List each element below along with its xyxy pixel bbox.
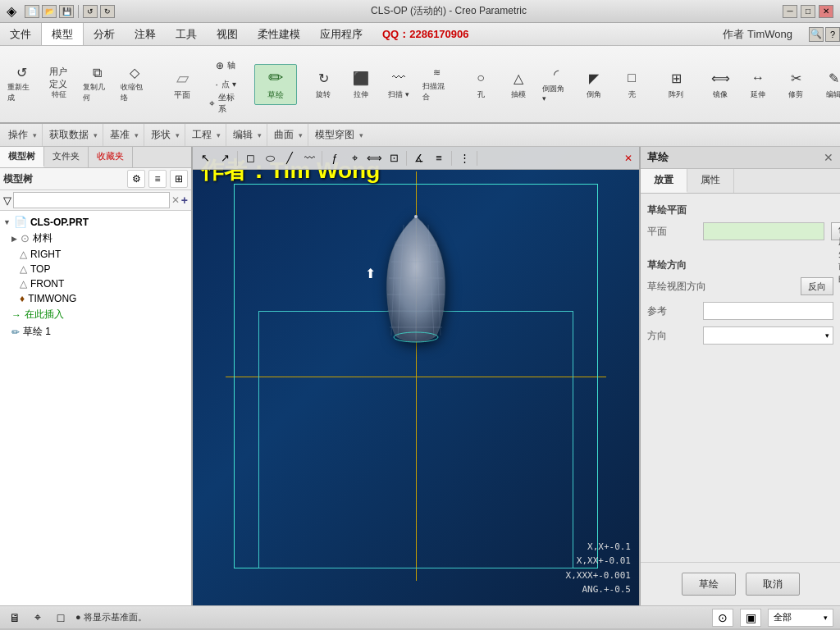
tb-draft[interactable]: △ 抽模 — [500, 64, 536, 105]
close-button[interactable]: ✕ — [819, 5, 833, 18]
sk-select[interactable]: ↖ — [196, 149, 214, 167]
tab-folder[interactable]: 文件夹 — [44, 147, 89, 167]
subbar-model-view[interactable]: 模型穿图 ▾ — [310, 124, 368, 146]
status-view-icon[interactable]: ⊙ — [712, 609, 733, 627]
tb-hole[interactable]: ○ 孔 — [463, 64, 499, 105]
sketch-confirm-button[interactable]: 草绘 — [682, 573, 736, 596]
menu-tools[interactable]: 工具 — [166, 23, 207, 45]
sk-constraints[interactable]: ≡ — [430, 149, 448, 167]
tree-search-input[interactable] — [13, 192, 170, 208]
menu-analysis[interactable]: 分析 — [84, 23, 125, 45]
tb-sweep-blend[interactable]: ≋ 扫描混合 — [418, 64, 454, 105]
sk-rect[interactable]: ◻ — [241, 149, 259, 167]
reference-input[interactable] — [703, 302, 833, 320]
tab-properties[interactable]: 属性 — [687, 169, 734, 193]
tb-round[interactable]: ◜ 倒圆角 ▾ — [538, 64, 574, 105]
reverse-button[interactable]: 反向 — [801, 277, 833, 295]
help-icon[interactable]: ? — [825, 27, 840, 42]
tree-item-material[interactable]: ▶ ⊙ 材料 — [0, 230, 191, 247]
minimize-button[interactable]: ─ — [783, 5, 797, 18]
tb-udf[interactable]: 用户定义 特征 — [41, 64, 77, 105]
tree-item-sketch1[interactable]: ✏ 草绘 1 — [0, 323, 191, 340]
sk-inspect[interactable]: ⋮ — [455, 149, 473, 167]
subbar-surface[interactable]: 曲面 ▾ — [269, 124, 308, 146]
subbar-edit[interactable]: 编辑 ▾ — [228, 124, 267, 146]
sk-ellipse[interactable]: ⬭ — [261, 149, 279, 167]
tree-columns-icon[interactable]: ⊞ — [170, 170, 188, 188]
tb-plane[interactable]: ▱ 平面 — [161, 64, 203, 105]
toolbar-icon-new[interactable]: 📄 — [25, 5, 39, 18]
toolbar-icon-redo[interactable]: ↻ — [100, 5, 115, 18]
sk-spline[interactable]: 〰 — [300, 149, 318, 167]
tree-item-right[interactable]: △ RIGHT — [0, 247, 191, 262]
tb-regenerate[interactable]: ↺ 重新生成 — [3, 64, 39, 105]
sk-close-button[interactable]: ✕ — [621, 151, 636, 166]
sk-divider-5 — [477, 151, 477, 166]
subbar-engineering[interactable]: 工程 ▾ — [187, 124, 226, 146]
subbar-get-data[interactable]: 获取数据 ▾ — [44, 124, 103, 146]
toolbar-icon-save[interactable]: 💾 — [59, 5, 74, 18]
toolbar-icon-undo[interactable]: ↺ — [83, 5, 98, 18]
sk-project[interactable]: ⊡ — [385, 149, 403, 167]
tree-item-timwong[interactable]: ♦ TIMWONG — [0, 291, 191, 306]
tb-shrink[interactable]: ◇ 收缩包络 — [116, 64, 153, 105]
tree-item-insert[interactable]: → 在此插入 — [0, 306, 191, 323]
menu-flex[interactable]: 柔性建模 — [248, 23, 310, 45]
sk-dim[interactable]: ∡ — [410, 149, 428, 167]
search-clear-icon[interactable]: ✕ — [171, 194, 180, 206]
tb-point[interactable]: · 点 ▾ — [205, 75, 246, 94]
menu-apps[interactable]: 应用程序 — [310, 23, 372, 45]
subbar-operations[interactable]: 操作 ▾ — [3, 124, 43, 146]
sk-line[interactable]: ╱ — [281, 149, 299, 167]
tree-item-top[interactable]: △ TOP — [0, 262, 191, 276]
coord-xxx: X,XXX+-0.001 — [566, 568, 631, 583]
help-search-icon[interactable]: 🔍 — [809, 27, 824, 42]
right-panel-close-button[interactable]: ✕ — [824, 151, 833, 164]
sk-rotate[interactable]: ↗ — [216, 149, 234, 167]
tab-favorites[interactable]: 收藏夹 — [89, 147, 133, 167]
tb-extrude[interactable]: ⬛ 拉伸 — [343, 64, 379, 105]
status-view-icon-2[interactable]: ▣ — [740, 609, 761, 627]
title-bar: ◈ 📄 📂 💾 ↺ ↻ CLS-OP (活动的) - Creo Parametr… — [0, 0, 840, 23]
plane-input[interactable] — [703, 222, 824, 240]
tb-copy-geom[interactable]: ⧉ 复制几何 — [79, 64, 115, 105]
direction-dropdown[interactable]: ▾ — [703, 326, 833, 345]
tb-shell[interactable]: □ 壳 — [614, 64, 650, 105]
menu-file[interactable]: 文件 — [0, 23, 41, 45]
subbar-datum[interactable]: 基准 ▾ — [105, 124, 144, 146]
sketch-icon: ✏ — [266, 68, 285, 88]
menu-view[interactable]: 视图 — [207, 23, 248, 45]
tb-revolve[interactable]: ↻ 旋转 — [305, 64, 341, 105]
tree-item-cls-op[interactable]: ▼ 📄 CLS-OP.PRT — [0, 214, 191, 230]
maximize-button[interactable]: □ — [801, 5, 815, 18]
menu-annotation[interactable]: 注释 — [125, 23, 166, 45]
subbar-shape[interactable]: 形状 ▾ — [146, 124, 185, 146]
tb-mirror[interactable]: ⟺ 镜像 — [702, 64, 738, 105]
tb-csys[interactable]: ⌖ 坐标系 — [205, 94, 246, 112]
tab-model-tree[interactable]: 模型树 — [0, 147, 44, 167]
tb-sketch[interactable]: ✏ 草绘 — [254, 64, 297, 105]
tb-axis[interactable]: ⊕ 轴 — [205, 57, 246, 75]
tree-item-front[interactable]: △ FRONT — [0, 276, 191, 291]
menu-model[interactable]: 模型 — [41, 23, 84, 45]
sk-fillet[interactable]: ƒ — [326, 149, 344, 167]
tb-array[interactable]: ⊞ 阵列 — [658, 64, 694, 105]
toolbar-row-1: ↺ 重新生成 用户定义 特征 ⧉ 复制几何 ◇ 收缩包络 ▱ 平面 ⊕ 轴 · — [0, 46, 840, 122]
tb-chamfer[interactable]: ◤ 倒角 — [576, 64, 612, 105]
tb-edit[interactable]: ✎ 编辑 — [815, 64, 840, 105]
viewport[interactable]: ↖ ↗ ◻ ⬭ ╱ 〰 ƒ ⌖ ⟺ ⊡ ∡ ≡ ⋮ ✕ 作者：Tim Wong — [193, 147, 639, 605]
tab-placement[interactable]: 放置 — [641, 169, 687, 193]
tree-list-icon[interactable]: ≡ — [148, 170, 167, 188]
toolbar-icon-open[interactable]: 📂 — [42, 5, 57, 18]
use-previous-button[interactable]: 使用先前的 — [831, 222, 840, 240]
sk-mirror-sketch[interactable]: ⟺ — [365, 149, 383, 167]
sk-point[interactable]: ⌖ — [345, 149, 363, 167]
search-add-icon[interactable]: + — [181, 194, 188, 207]
status-dropdown-wrapper[interactable]: 全部 ▾ — [768, 609, 833, 627]
tree-settings-icon[interactable]: ⚙ — [127, 170, 145, 188]
tb-trim[interactable]: ✂ 修剪 — [778, 64, 814, 105]
tb-sweep[interactable]: 〰 扫描 ▾ — [381, 64, 417, 105]
csys-icon: ⌖ — [209, 98, 215, 109]
tb-extend[interactable]: ↔ 延伸 — [740, 64, 776, 105]
sketch-cancel-button[interactable]: 取消 — [746, 573, 800, 596]
